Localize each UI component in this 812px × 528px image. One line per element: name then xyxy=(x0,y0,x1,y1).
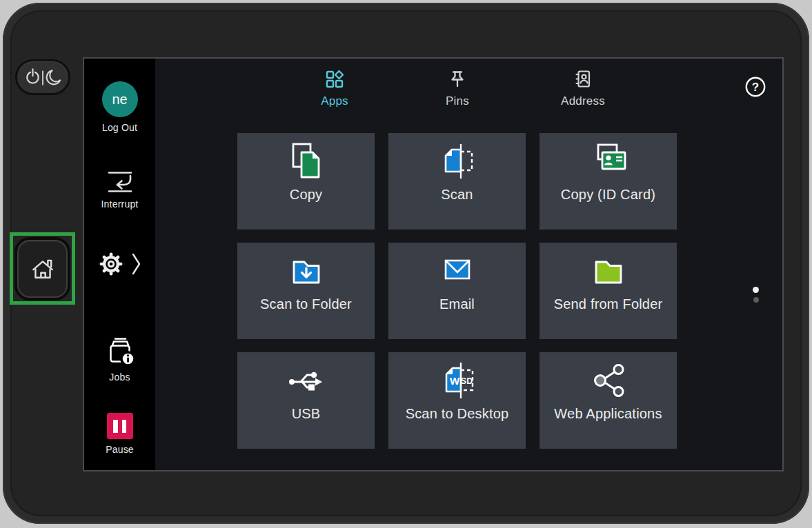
tile-usb[interactable]: USB xyxy=(237,352,375,449)
power-sleep-icon xyxy=(23,67,63,88)
pushpin-icon xyxy=(447,69,468,90)
gear-icon xyxy=(99,252,123,276)
tile-label: Web Applications xyxy=(554,406,662,422)
question-mark-glyph: ? xyxy=(752,81,759,94)
apps-grid: Copy Scan xyxy=(237,133,677,449)
id-card-icon xyxy=(586,142,631,181)
tile-email[interactable]: Email xyxy=(388,243,526,339)
tab-address[interactable]: Address xyxy=(538,69,628,108)
tab-apps[interactable]: Apps xyxy=(290,69,379,108)
tile-label: Scan to Folder xyxy=(260,296,352,312)
send-from-folder-icon xyxy=(586,252,631,290)
chevron-right-icon xyxy=(132,253,141,275)
interrupt-icon xyxy=(106,170,134,194)
scan-to-folder-icon xyxy=(284,252,328,290)
home-button[interactable] xyxy=(17,240,68,298)
tab-apps-label: Apps xyxy=(321,94,348,108)
copy-icon xyxy=(284,142,328,181)
email-icon xyxy=(435,252,479,290)
apps-grid-icon xyxy=(324,69,345,90)
pause-icon xyxy=(107,413,133,439)
tile-web-applications[interactable]: Web Applications xyxy=(539,352,677,449)
tab-pins[interactable]: Pins xyxy=(413,69,502,108)
jobs-label: Jobs xyxy=(109,372,130,383)
help-button[interactable]: ? xyxy=(744,76,766,98)
sidebar-item-logout[interactable]: ne Log Out xyxy=(84,81,155,133)
tile-label: Scan xyxy=(441,187,473,203)
power-sleep-button[interactable] xyxy=(15,59,70,95)
sidebar-item-jobs[interactable]: Jobs xyxy=(84,335,155,383)
scan-icon xyxy=(435,142,479,181)
tile-label: Email xyxy=(439,296,475,312)
tile-scan-to-desktop[interactable]: W SD Scan to Desktop xyxy=(388,352,526,449)
sidebar-item-settings[interactable] xyxy=(84,252,155,276)
tile-label: Send from Folder xyxy=(554,296,663,312)
tile-label: Copy xyxy=(290,187,323,203)
sidebar: ne Log Out Interrupt xyxy=(84,59,155,470)
user-avatar[interactable]: ne xyxy=(102,81,138,117)
jobs-icon xyxy=(104,335,136,367)
tile-scan-to-folder[interactable]: Scan to Folder xyxy=(237,243,375,339)
tile-send-from-folder[interactable]: Send from Folder xyxy=(539,243,677,339)
tile-scan[interactable]: Scan xyxy=(388,133,526,230)
page-dot-next[interactable] xyxy=(753,297,759,303)
main-area: Apps Pins xyxy=(155,59,782,470)
page-dot-current[interactable] xyxy=(753,287,759,293)
tile-copy[interactable]: Copy xyxy=(237,133,375,230)
tile-copy-id-card[interactable]: Copy (ID Card) xyxy=(539,133,677,230)
home-icon xyxy=(30,256,56,282)
wsd-sd-text: SD xyxy=(460,376,472,386)
tab-pins-label: Pins xyxy=(446,94,469,108)
logout-label: Log Out xyxy=(102,122,137,133)
scan-to-desktop-icon: W SD xyxy=(435,361,479,400)
tab-address-label: Address xyxy=(561,94,605,108)
wsd-w-text: W xyxy=(449,375,459,387)
tile-label: Copy (ID Card) xyxy=(561,187,655,203)
tile-label: Scan to Desktop xyxy=(406,406,509,422)
usb-icon xyxy=(284,361,328,400)
touchscreen: ne Log Out Interrupt xyxy=(83,57,784,471)
printer-control-panel: ne Log Out Interrupt xyxy=(0,0,812,528)
sidebar-item-interrupt[interactable]: Interrupt xyxy=(84,170,155,210)
pause-label: Pause xyxy=(106,444,134,455)
web-applications-icon xyxy=(586,361,631,400)
sidebar-item-pause[interactable]: Pause xyxy=(84,413,155,455)
tile-label: USB xyxy=(292,406,321,422)
address-book-icon xyxy=(573,69,593,90)
interrupt-label: Interrupt xyxy=(101,199,139,210)
